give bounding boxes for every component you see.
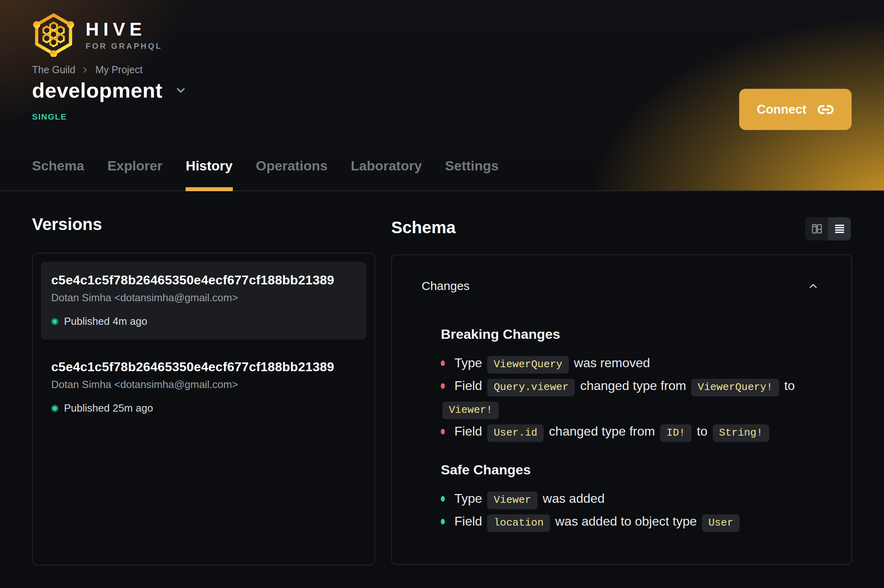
schema-coordinate-chip: Viewer! bbox=[442, 402, 499, 419]
brand-name: HIVE bbox=[86, 18, 162, 40]
tab-bar: SchemaExplorerHistoryOperationsLaborator… bbox=[32, 158, 499, 191]
page-title: development bbox=[32, 78, 162, 102]
change-item: Type ViewerQuery was removed bbox=[441, 352, 826, 375]
versions-list: c5e4c1c5f78b26465350e4ecf677cf188bb21389… bbox=[32, 253, 375, 566]
version-status: Published 25m ago bbox=[51, 402, 356, 414]
tab-history[interactable]: History bbox=[186, 158, 232, 191]
version-card[interactable]: c5e4c1c5f78b26465350e4ecf677cf188bb21389… bbox=[41, 348, 366, 426]
changes-title: Changes bbox=[422, 279, 470, 293]
tab-operations[interactable]: Operations bbox=[256, 158, 328, 191]
versions-title: Versions bbox=[32, 215, 102, 234]
version-hash: c5e4c1c5f78b26465350e4ecf677cf188bb21389 bbox=[51, 360, 356, 374]
columns-view-button[interactable] bbox=[805, 217, 828, 240]
link-icon bbox=[817, 101, 834, 118]
version-author: Dotan Simha <dotansimha@gmail.com> bbox=[51, 292, 356, 304]
target-type-badge: SINGLE bbox=[32, 112, 67, 122]
brand-tagline: FOR GRAPHQL bbox=[86, 42, 162, 51]
changes-panel: Changes Breaking ChangesType ViewerQuery… bbox=[391, 254, 852, 565]
schema-coordinate-chip: location bbox=[487, 514, 550, 532]
brand-text: HIVE FOR GRAPHQL bbox=[86, 18, 162, 51]
schema-coordinate-chip: ViewerQuery! bbox=[691, 379, 779, 396]
changes-group-title: Breaking Changes bbox=[441, 326, 826, 342]
connect-label: Connect bbox=[757, 102, 806, 117]
target-selector[interactable]: development bbox=[32, 78, 187, 102]
published-dot-icon bbox=[51, 405, 58, 412]
schema-title: Schema bbox=[391, 218, 456, 237]
schema-coordinate-chip: User bbox=[702, 514, 740, 532]
version-status-text: Published 25m ago bbox=[64, 402, 153, 414]
breaking-change-list: Type ViewerQuery was removedField Query.… bbox=[441, 352, 826, 444]
schema-coordinate-chip: ID! bbox=[660, 424, 692, 442]
change-item: Field location was added to object type … bbox=[441, 511, 826, 534]
tab-laboratory[interactable]: Laboratory bbox=[351, 158, 422, 191]
brand[interactable]: HIVE FOR GRAPHQL bbox=[32, 12, 162, 57]
chevron-down-icon bbox=[174, 84, 187, 97]
schema-coordinate-chip: Viewer bbox=[487, 492, 538, 509]
change-item: Type Viewer was added bbox=[441, 488, 826, 511]
breadcrumb-org[interactable]: The Guild bbox=[32, 64, 75, 76]
chevron-up-icon bbox=[807, 280, 819, 292]
published-dot-icon bbox=[51, 318, 58, 325]
schema-coordinate-chip: User.id bbox=[487, 424, 544, 442]
list-view-button[interactable] bbox=[828, 217, 851, 240]
safe-change-list: Type Viewer was addedField location was … bbox=[441, 488, 826, 534]
changes-collapse-toggle[interactable]: Changes bbox=[422, 279, 819, 293]
view-toggle bbox=[805, 217, 851, 240]
version-status: Published 4m ago bbox=[51, 315, 356, 328]
header: HIVE FOR GRAPHQL The Guild My Project de… bbox=[0, 0, 884, 191]
breadcrumb-project[interactable]: My Project bbox=[95, 64, 142, 76]
chevron-right-icon bbox=[81, 66, 90, 74]
change-item: Field User.id changed type from ID! to S… bbox=[441, 421, 826, 444]
hive-logo-icon bbox=[32, 12, 75, 57]
version-hash: c5e4c1c5f78b26465350e4ecf677cf188bb21389 bbox=[51, 273, 356, 288]
app-root: HIVE FOR GRAPHQL The Guild My Project de… bbox=[0, 0, 884, 588]
tab-settings[interactable]: Settings bbox=[445, 158, 499, 191]
schema-coordinate-chip: String! bbox=[713, 424, 769, 442]
tab-schema[interactable]: Schema bbox=[32, 158, 84, 191]
schema-coordinate-chip: ViewerQuery bbox=[487, 356, 569, 374]
breadcrumb: The Guild My Project bbox=[32, 64, 142, 76]
tab-explorer[interactable]: Explorer bbox=[107, 158, 162, 191]
connect-button[interactable]: Connect bbox=[739, 89, 852, 130]
columns-view-icon bbox=[811, 223, 823, 235]
list-view-icon bbox=[834, 223, 846, 235]
change-item: Field Query.viewer changed type from Vie… bbox=[441, 375, 826, 421]
version-author: Dotan Simha <dotansimha@gmail.com> bbox=[51, 378, 356, 391]
changes-group-title: Safe Changes bbox=[441, 462, 826, 478]
version-card[interactable]: c5e4c1c5f78b26465350e4ecf677cf188bb21389… bbox=[41, 262, 366, 340]
changes-body: Breaking ChangesType ViewerQuery was rem… bbox=[392, 326, 851, 534]
version-status-text: Published 4m ago bbox=[64, 315, 147, 328]
schema-coordinate-chip: Query.viewer bbox=[487, 379, 575, 396]
